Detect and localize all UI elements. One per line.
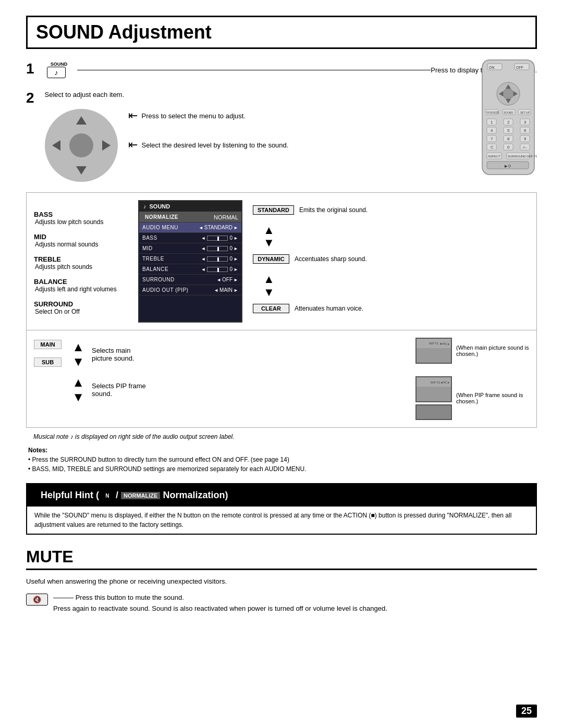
sound-menu-box: ♪ SOUND NORMALIZE NORMAL AUDIO MENU ◄ ST… (138, 200, 242, 323)
clear-badge: CLEAR (253, 304, 289, 313)
audio-out-value: ◄ MAIN ► (214, 287, 238, 293)
step2-number: 2 (26, 91, 34, 182)
sound-button-row: SOUND ♪ Press to display the SOUND menu. (47, 61, 537, 78)
svg-text:9: 9 (524, 137, 527, 141)
tv-screen2-item: INT-T1 ▸ PC ▸ (When PIP frame sound is c… (415, 376, 529, 420)
svg-text:SOUND: SOUND (504, 111, 513, 114)
arrow-up-icon: ▲ (263, 224, 275, 237)
sound-label: SOUND (51, 61, 68, 67)
main-desc2: picture sound. (92, 354, 134, 362)
dpad-down-arrow (76, 166, 87, 175)
standard-desc: Emits the original sound. (299, 206, 368, 214)
sound-button: ♪ (47, 67, 66, 78)
svg-text:ASPECT: ASPECT (488, 155, 500, 158)
step2-instr2-text: Select the desired level by listening to… (142, 141, 289, 149)
bass-menu-label: BASS (142, 235, 201, 241)
svg-text:SURROUND OFF TIMER: SURROUND OFF TIMER (508, 155, 537, 158)
sub-desc2: sound. (92, 390, 112, 398)
left-labels: BASS Adjusts low pitch sounds MID Adjust… (34, 200, 128, 323)
sound-menu-title: SOUND (150, 203, 170, 209)
tv-screen1-item: INT-T1 ▲ PC ▸ (When main picture sound i… (415, 338, 529, 364)
tv-screen1-top: INT-T1 ▲ PC ▸ (417, 339, 451, 348)
helpful-hint-title-bar: Helpful Hint ( N / NORMALIZE Normalizati… (27, 484, 536, 507)
arrow-down-icon2: ▼ (263, 286, 275, 299)
normalize-inline-badge: NORMALIZE (121, 492, 160, 499)
tv-screen1-bottom (417, 348, 451, 363)
dpad-diagram (45, 109, 118, 182)
svg-text:ON: ON (489, 66, 495, 69)
audio-out-section: MAIN SUB ▲▼ Selects main picture sound. … (26, 330, 537, 428)
mid-label: MID Adjusts normal sounds (34, 233, 128, 248)
note2: • BASS, MID, TREBLE and SURROUND setting… (28, 464, 535, 474)
main-diagram: BASS Adjusts low pitch sounds MID Adjust… (26, 192, 537, 330)
normalize-badge: NORMALIZE (142, 214, 181, 220)
svg-text:C: C (491, 145, 494, 150)
treble-menu-row: TREBLE ◄ 0 ► (139, 254, 241, 264)
svg-text:-/--: -/-- (522, 145, 528, 149)
surround-menu-label: SURROUND (142, 277, 216, 282)
step2-section: 2 Select to adjust each item. (26, 91, 537, 182)
balance-menu-row: BALANCE ◄ 0 ► (139, 264, 241, 275)
svg-point-6 (503, 89, 513, 99)
arrow-up-icon2: ▲ (263, 273, 275, 286)
helpful-hint-content: While the "SOUND" menu is displayed, if … (27, 507, 536, 534)
n-badge: N (103, 491, 112, 500)
surround-label: SURROUND Select On or Off (34, 300, 128, 315)
svg-text:8: 8 (507, 137, 510, 141)
step2-instr2-row: ⇤ Select the desired level by listening … (128, 138, 289, 152)
balance-desc: Adjusts left and right volumes (35, 286, 128, 293)
sub-audio-row: ▲▼ Selects PIP frame sound. (72, 375, 146, 404)
balance-label: BALANCE Adjusts left and right volumes (34, 278, 128, 293)
tv-screen2-desc: (When PIP frame sound is chosen.) (456, 392, 529, 404)
notes-list: • Press the SURROUND button to directly … (28, 455, 535, 474)
dpad-right-arrow (102, 140, 111, 151)
page-title: SOUND Adjustment (26, 16, 537, 49)
standard-badge: STANDARD (253, 205, 294, 215)
helpful-hint-title: Helpful Hint ( N / NORMALIZE Normalizati… (33, 487, 235, 504)
svg-text:POS/SIZE: POS/SIZE (487, 111, 499, 114)
balance-menu-label: BALANCE (142, 266, 201, 272)
svg-text:5: 5 (507, 128, 510, 133)
step1-section: 1 SOUND ♪ Press to display the SOUND men… (26, 61, 537, 81)
tv-screen2-top: INT-T1 ▸ PC ▸ (417, 377, 451, 387)
mute-button-section: 🔇 ——— Press this button to mute the soun… (26, 594, 537, 614)
normalize-value: NORMAL (214, 214, 238, 220)
arrows-between2: ▲ ▼ (263, 273, 529, 298)
bass-menu-value: ◄ 0 ► (201, 235, 238, 241)
main-badge: MAIN (34, 340, 62, 349)
mid-menu-value: ◄ 0 ► (201, 245, 238, 251)
main-desc1: Selects main (92, 347, 130, 354)
svg-text:7: 7 (491, 137, 493, 141)
connector-line (77, 70, 431, 70)
bass-menu-row: BASS ◄ 0 ► (139, 233, 241, 243)
main-audio-desc: Selects main picture sound. (92, 347, 134, 362)
mid-menu-row: MID ◄ 0 ► (139, 243, 241, 254)
treble-title: TREBLE (34, 255, 128, 263)
svg-text:2: 2 (507, 120, 510, 125)
tv-screens: INT-T1 ▲ PC ▸ (When main picture sound i… (415, 338, 529, 420)
treble-label: TREBLE Adjusts pitch sounds (34, 255, 128, 270)
tv-screen1-desc: (When main picture sound is chosen.) (456, 344, 529, 357)
sub-audio-desc: Selects PIP frame sound. (92, 382, 146, 398)
dynamic-desc: Accentuates sharp sound. (295, 255, 367, 263)
step1-number: 1 (26, 61, 34, 76)
mid-menu-label: MID (142, 245, 201, 251)
mute-press-text: ——— Press this button to mute the sound. (53, 594, 387, 601)
sub-arrow-icon: ▲▼ (72, 375, 84, 404)
main-audio-row: ▲▼ Selects main picture sound. (72, 340, 146, 369)
remote-svg: ON OFF POS/SIZE SOUND SET UP 1 2 3 (480, 57, 537, 177)
remote-control: ON OFF POS/SIZE SOUND SET UP 1 2 3 (480, 57, 537, 179)
bass-desc: Adjusts low pitch sounds (35, 218, 128, 226)
notes-title: Notes: (28, 447, 535, 454)
treble-menu-label: TREBLE (142, 256, 201, 262)
mid-desc: Adjusts normal sounds (35, 241, 128, 248)
dpad-left-arrow (52, 140, 60, 151)
treble-menu-value: ◄ 0 ► (201, 256, 238, 262)
mute-press-again: Press again to reactivate sound. Sound i… (53, 603, 387, 614)
dpad-center (69, 133, 93, 157)
standard-row: STANDARD Emits the original sound. (253, 205, 529, 215)
svg-text:0: 0 (507, 145, 510, 150)
right-options: STANDARD Emits the original sound. ▲ ▼ D… (253, 200, 529, 323)
sub-desc1: Selects PIP frame (92, 382, 146, 390)
step2-instr1: ⇤ Press to select the menu to adjust. (128, 109, 289, 122)
